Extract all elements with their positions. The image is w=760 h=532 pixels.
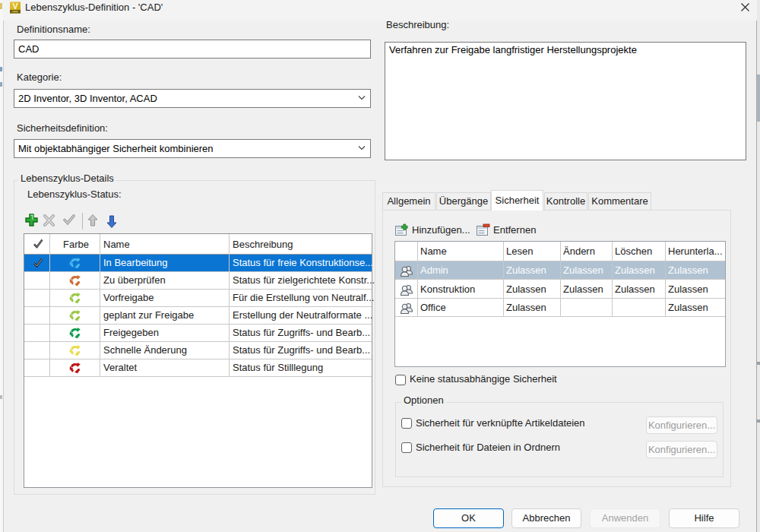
svg-text:V: V [12, 2, 17, 11]
